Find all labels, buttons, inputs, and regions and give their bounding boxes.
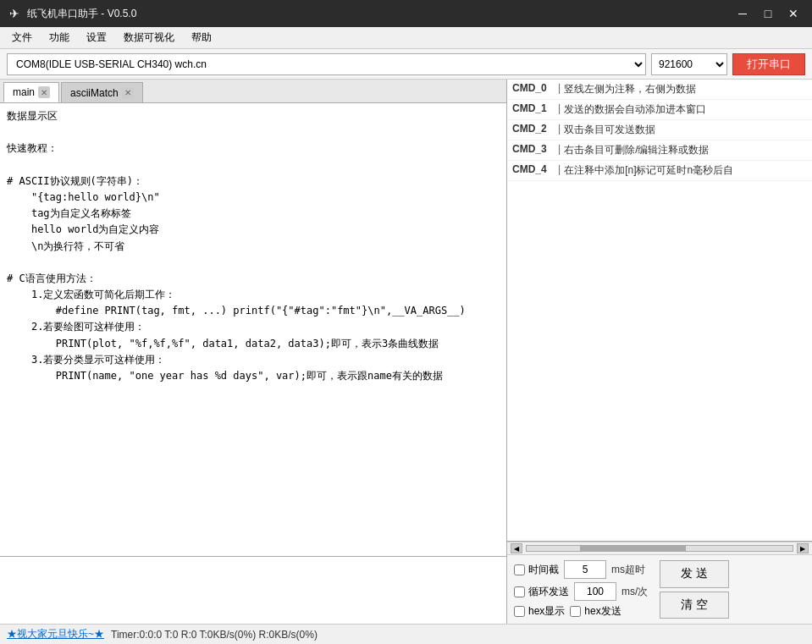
status-bar: ★视大家元旦快乐~★ Timer:0:0:0 T:0 R:0 T:0KB/s(0… (0, 624, 812, 644)
timeout-row: 时间截 ms超时 (514, 560, 648, 579)
loop-checkbox[interactable] (514, 586, 525, 597)
cmd-item-4[interactable]: CMD_4 | 在注释中添加[n]标记可延时n毫秒后自 (507, 161, 812, 181)
close-button[interactable]: ✕ (782, 3, 805, 24)
hex-send-checkbox[interactable] (570, 606, 581, 617)
cmd-text-3: 右击条目可删除/编辑注释或数据 (564, 143, 709, 157)
tab-main[interactable]: main ✕ (3, 82, 59, 102)
menu-help[interactable]: 帮助 (183, 29, 220, 47)
cmd-label-4: CMD_4 (512, 163, 555, 175)
scrollbar-thumb[interactable] (580, 546, 687, 551)
hex-row: hex显示 hex发送 (514, 604, 648, 619)
hex-display-checkbox[interactable] (514, 606, 525, 617)
cmd-list: CMD_0 | 竖线左侧为注释，右侧为数据 CMD_1 | 发送的数据会自动添加… (507, 80, 812, 542)
cmd-text-2: 双击条目可发送数据 (564, 123, 655, 137)
hex-send-label[interactable]: hex发送 (570, 604, 621, 619)
cmd-text-0: 竖线左侧为注释，右侧为数据 (564, 82, 696, 96)
loop-unit: ms/次 (621, 585, 648, 599)
status-text: Timer:0:0:0 T:0 R:0 T:0KB/s(0%) R:0KB/s(… (111, 629, 318, 641)
clear-button[interactable]: 清 空 (660, 592, 729, 619)
title-bar: ✈ 纸飞机串口助手 - V0.5.0 ─ □ ✕ (0, 0, 812, 27)
cmd-sep-4: | (558, 163, 561, 175)
cmd-text-4: 在注释中添加[n]标记可延时n毫秒后自 (564, 163, 733, 178)
cmd-item-3[interactable]: CMD_3 | 右击条目可删除/编辑注释或数据 (507, 140, 812, 161)
cmd-sep-3: | (558, 143, 561, 155)
right-panel: CMD_0 | 竖线左侧为注释，右侧为数据 CMD_1 | 发送的数据会自动添加… (507, 80, 812, 624)
cmd-sep-0: | (558, 82, 561, 94)
window-controls: ─ □ ✕ (731, 3, 805, 24)
tab-main-label: main (13, 86, 35, 98)
cmd-label-3: CMD_3 (512, 143, 555, 155)
app-icon: ✈ (7, 6, 22, 21)
timeout-unit: ms超时 (611, 563, 645, 577)
tab-main-close[interactable]: ✕ (38, 86, 50, 98)
hex-display-label[interactable]: hex显示 (514, 604, 565, 619)
cmd-label-2: CMD_2 (512, 123, 555, 135)
cmd-text-1: 发送的数据会自动添加进本窗口 (564, 102, 706, 117)
left-panel: main ✕ asciiMatch ✕ 数据显示区 快速教程： # ASCII协… (0, 80, 507, 624)
send-input[interactable] (3, 560, 503, 620)
tab-asciimatch-close[interactable]: ✕ (122, 87, 134, 99)
tab-asciimatch[interactable]: asciiMatch ✕ (61, 82, 143, 102)
cmd-item-1[interactable]: CMD_1 | 发送的数据会自动添加进本窗口 (507, 100, 812, 120)
scrollbar-track[interactable] (526, 545, 793, 552)
scroll-left-arrow[interactable]: ◀ (511, 543, 522, 553)
cmd-label-1: CMD_1 (512, 102, 555, 114)
timeout-checkbox[interactable] (514, 564, 525, 575)
loop-row: 循环发送 ms/次 (514, 582, 648, 601)
open-port-button[interactable]: 打开串口 (732, 53, 805, 75)
loop-checkbox-label[interactable]: 循环发送 (514, 585, 569, 599)
main-content: main ✕ asciiMatch ✕ 数据显示区 快速教程： # ASCII协… (0, 80, 812, 624)
hex-display-text: hex显示 (528, 604, 565, 619)
port-bar: COM8(IDLE USB-SERIAL CH340) wch.cn 92160… (0, 49, 812, 80)
cmd-sep-2: | (558, 123, 561, 135)
menu-file[interactable]: 文件 (3, 29, 41, 47)
menu-bar: 文件 功能 设置 数据可视化 帮助 (0, 27, 812, 49)
baud-select[interactable]: 921600 (651, 53, 727, 75)
cmd-sep-1: | (558, 102, 561, 114)
loop-label: 循环发送 (528, 585, 569, 599)
tabs-bar: main ✕ asciiMatch ✕ (0, 80, 506, 103)
cmd-label-0: CMD_0 (512, 82, 555, 94)
timeout-label: 时间截 (528, 563, 559, 577)
cmd-item-0[interactable]: CMD_0 | 竖线左侧为注释，右侧为数据 (507, 80, 812, 100)
send-button[interactable]: 发 送 (660, 560, 729, 588)
maximize-button[interactable]: □ (756, 3, 780, 24)
data-display-area: 数据显示区 快速教程： # ASCII协议规则(字符串)： "{tag:hell… (0, 103, 506, 556)
status-link[interactable]: ★视大家元旦快乐~★ (7, 627, 104, 641)
tab-asciimatch-label: asciiMatch (70, 87, 119, 99)
menu-settings[interactable]: 设置 (78, 29, 115, 47)
cmd-scrollbar[interactable]: ◀ ▶ (507, 542, 812, 555)
hex-send-text: hex发送 (584, 604, 621, 619)
controls-left: 时间截 ms超时 循环发送 ms/次 (514, 560, 648, 619)
cmd-item-2[interactable]: CMD_2 | 双击条目可发送数据 (507, 120, 812, 140)
input-area (0, 556, 506, 624)
app-title: 纸飞机串口助手 - V0.5.0 (27, 7, 726, 21)
minimize-button[interactable]: ─ (731, 3, 754, 24)
right-bottom-controls: 时间截 ms超时 循环发送 ms/次 (507, 555, 812, 624)
timeout-checkbox-label[interactable]: 时间截 (514, 563, 559, 577)
menu-function[interactable]: 功能 (41, 29, 78, 47)
port-select[interactable]: COM8(IDLE USB-SERIAL CH340) wch.cn (7, 53, 646, 75)
scroll-right-arrow[interactable]: ▶ (797, 543, 809, 553)
loop-input[interactable] (574, 582, 616, 601)
timeout-input[interactable] (564, 560, 606, 579)
menu-visualization[interactable]: 数据可视化 (115, 29, 183, 47)
